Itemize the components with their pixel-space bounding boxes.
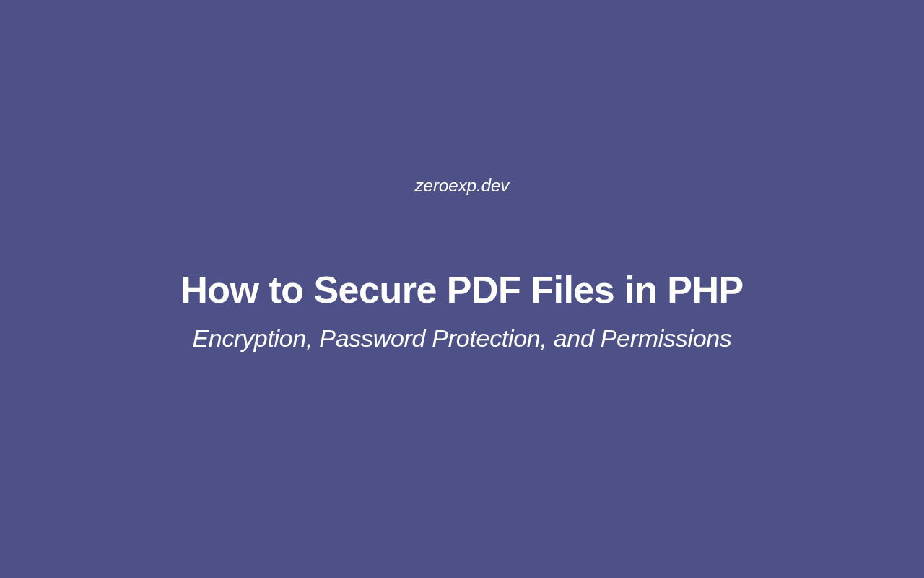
content-container: zeroexp.dev How to Secure PDF Files in P…	[180, 176, 744, 353]
site-name: zeroexp.dev	[415, 176, 510, 196]
page-title: How to Secure PDF Files in PHP	[180, 268, 744, 311]
page-subtitle: Encryption, Password Protection, and Per…	[192, 324, 731, 353]
